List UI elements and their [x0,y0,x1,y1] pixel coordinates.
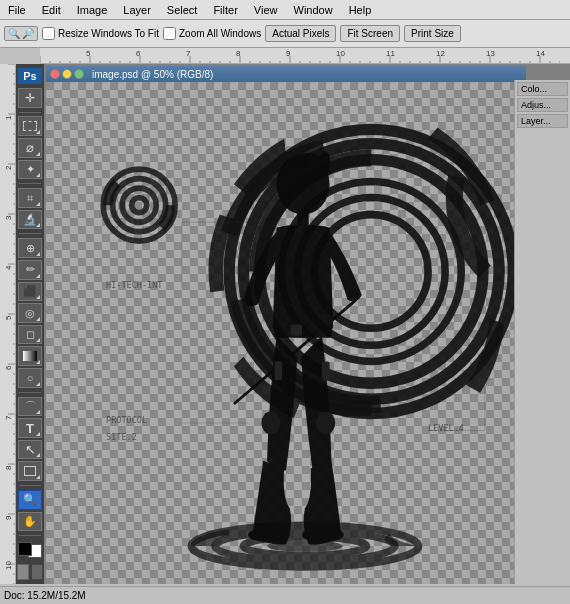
print-size-button[interactable]: Print Size [404,25,461,42]
svg-text:LEVEL.4: LEVEL.4 [428,423,464,433]
fit-screen-button[interactable]: Fit Screen [340,25,400,42]
tool-separator-5 [19,485,41,486]
menu-edit[interactable]: Edit [38,2,65,18]
canvas-window: image.psd @ 50% (RGB/8) [46,66,526,584]
healing-tool[interactable]: ⊕ [18,238,42,258]
menu-filter[interactable]: Filter [209,2,241,18]
actual-pixels-button[interactable]: Actual Pixels [265,25,336,42]
tool-separator-6 [19,535,41,536]
svg-text:PROTOCOL: PROTOCOL [106,415,147,425]
mode-buttons [17,564,43,580]
hand-tool[interactable]: ✋ [18,512,42,532]
tool-separator [19,112,41,113]
tool-separator-4 [19,392,41,393]
text-tool[interactable]: T [18,418,42,438]
menu-layer[interactable]: Layer [119,2,155,18]
brush-tool[interactable]: ✏ [18,260,42,280]
svg-rect-24 [297,211,308,228]
fg-bg-color-selector[interactable] [18,542,42,558]
clone-tool[interactable]: ⬛ [18,282,42,302]
canvas-area: image.psd @ 50% (RGB/8) [44,64,570,584]
eraser-tool[interactable]: ◻ [18,325,42,345]
right-panels: Colo... Adjus... Layer... [514,80,570,584]
svg-point-27 [248,527,290,542]
gradient-tool[interactable] [18,346,42,366]
pen-tool[interactable]: ⌒ [18,397,42,417]
main-area: Ps ✛ ⌀ ✦ ⌗ 🔬 ⊕ ✏ [0,48,570,584]
menu-view[interactable]: View [250,2,282,18]
path-select-tool[interactable]: ↖ [18,440,42,460]
quick-mask-mode[interactable] [31,564,43,580]
history-brush-tool[interactable]: ◎ [18,303,42,323]
menu-file[interactable]: File [4,2,30,18]
svg-rect-33 [322,361,330,380]
menu-image[interactable]: Image [73,2,112,18]
tool-separator-3 [19,233,41,234]
svg-text:SITE.2: SITE.2 [106,432,137,442]
menu-help[interactable]: Help [345,2,376,18]
tool-separator-2 [19,183,41,184]
lasso-tool[interactable]: ⌀ [18,138,42,158]
svg-point-9 [132,198,147,213]
foreground-color [18,542,32,556]
svg-point-28 [302,527,344,542]
eyedropper-tool[interactable]: 🔬 [18,210,42,230]
standard-mode[interactable] [17,564,29,580]
close-button[interactable] [50,69,60,79]
zoom-in-icon[interactable]: 🔎 [22,28,34,39]
crop-tool[interactable]: ⌗ [18,188,42,208]
maximize-button[interactable] [74,69,84,79]
shape-tool[interactable] [18,461,42,481]
zoom-control[interactable]: 🔍 🔎 [4,26,38,41]
ps-logo: Ps [18,68,42,84]
menu-window[interactable]: Window [290,2,337,18]
svg-point-30 [316,412,335,435]
layers-panel-tab[interactable]: Layer... [517,114,568,128]
toolbar: Ps ✛ ⌀ ✦ ⌗ 🔬 ⊕ ✏ [16,64,44,584]
magic-wand-tool[interactable]: ✦ [18,160,42,180]
ruler-left [0,64,16,584]
resize-windows-checkbox[interactable]: Resize Windows To Fit [42,27,159,40]
ruler-top [40,48,570,64]
svg-point-8 [122,188,156,222]
svg-text:HI-TECH-INT: HI-TECH-INT [106,280,162,290]
color-panel-tab[interactable]: Colo... [517,82,568,96]
options-bar: 🔍 🔎 Resize Windows To Fit Zoom All Windo… [0,20,570,48]
svg-rect-31 [291,324,302,335]
svg-point-29 [261,412,280,435]
marquee-tool[interactable] [18,116,42,136]
status-bar: Doc: 15.2M/15.2M [0,586,570,604]
dodge-tool[interactable]: ○ [18,368,42,388]
zoom-tool[interactable]: 🔍 [18,490,42,510]
move-tool[interactable]: ✛ [18,88,42,108]
adjustments-panel-tab[interactable]: Adjus... [517,98,568,112]
zoom-out-icon[interactable]: 🔍 [8,28,20,39]
artwork-svg: HI-TECH-INT PROTOCOL SITE.2 LEVEL.4 [46,82,526,584]
status-text: Doc: 15.2M/15.2M [4,590,86,601]
window-controls [50,69,84,79]
svg-rect-26 [275,324,332,338]
menu-bar: File Edit Image Layer Select Filter View… [0,0,570,20]
menu-select[interactable]: Select [163,2,202,18]
document-title: image.psd @ 50% (RGB/8) [92,69,213,80]
zoom-all-windows-checkbox[interactable]: Zoom All Windows [163,27,261,40]
minimize-button[interactable] [62,69,72,79]
canvas-titlebar: image.psd @ 50% (RGB/8) [46,66,526,82]
document-canvas[interactable]: HI-TECH-INT PROTOCOL SITE.2 LEVEL.4 [46,82,526,584]
svg-rect-32 [275,361,283,380]
